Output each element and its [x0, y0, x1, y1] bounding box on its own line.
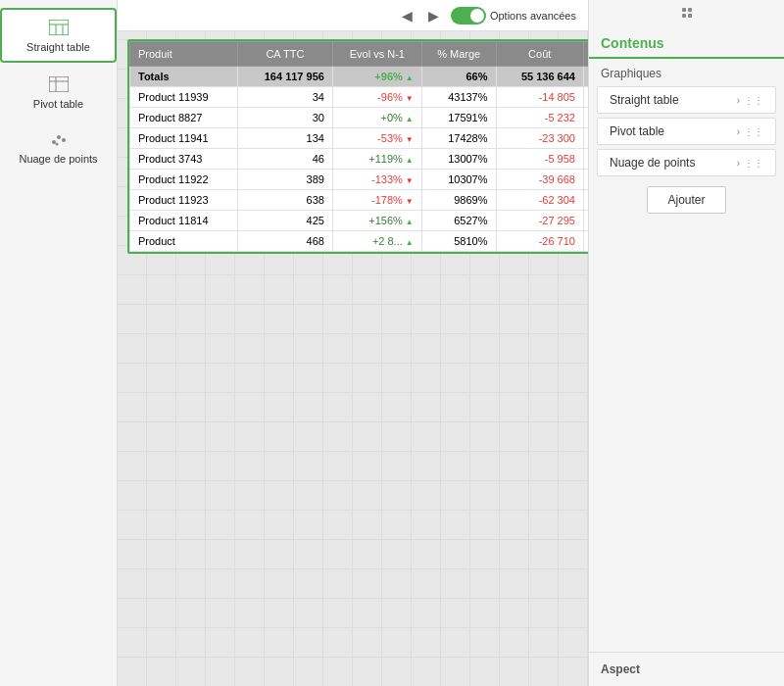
cell-cout: 55 136 644 — [496, 67, 583, 87]
cell-ca-ttc: 468 — [237, 231, 332, 252]
arrow-up-icon: ▲ — [406, 156, 414, 165]
right-panel-header: Contenus — [589, 25, 784, 59]
next-button[interactable]: ▶ — [424, 6, 443, 25]
widget-container[interactable]: Produit CA TTC Evol vs N-1 % Marge Coût … — [127, 39, 588, 254]
right-item-pivot-table[interactable]: Pivot table › ⋮⋮ — [597, 118, 776, 145]
table-row: Product 11922 389 -133% ▼ 10307% -39 668… — [130, 170, 589, 190]
chevron-right-icon-2: › — [737, 126, 740, 137]
arrow-down-icon: ▼ — [406, 197, 414, 206]
data-table: Produit CA TTC Evol vs N-1 % Marge Coût … — [129, 41, 588, 252]
cell-ca-ttc: 34 — [237, 87, 332, 108]
cell-ca-ttc: 46 — [237, 149, 332, 170]
toggle-track[interactable] — [451, 7, 486, 24]
cell-cout: -39 668 — [496, 170, 583, 190]
cell-pct-marge: 10307% — [421, 170, 496, 190]
graphiques-label: Graphiques — [589, 59, 784, 84]
table-icon — [47, 18, 71, 37]
cell-evol: -133% ▼ — [332, 170, 421, 190]
arrow-down-icon: ▼ — [406, 94, 414, 103]
pivot-icon — [47, 74, 71, 94]
prev-button[interactable]: ◀ — [398, 6, 416, 25]
cell-marge: 27 720 — [583, 211, 588, 231]
options-toggle[interactable]: Options avancées — [451, 7, 576, 24]
cell-produit: Product 11939 — [130, 87, 238, 108]
arrow-up-icon: ▲ — [406, 218, 414, 226]
right-item-nuage[interactable]: Nuage de points › ⋮⋮ — [597, 149, 776, 176]
right-panel-footer: Aspect — [589, 652, 784, 686]
canvas-area[interactable]: Produit CA TTC Evol vs N-1 % Marge Coût … — [118, 31, 588, 686]
right-item-straight-table[interactable]: Straight table › ⋮⋮ — [597, 86, 776, 114]
cell-marge: 5 262 — [583, 108, 588, 128]
table-row-totals: Totals 164 117 956 +96% ▲ 66% 55 136 644… — [130, 67, 589, 87]
cell-pct-marge: 9869% — [421, 190, 496, 211]
cell-ca-ttc: 389 — [237, 170, 332, 190]
svg-rect-4 — [49, 76, 69, 92]
aspect-label: Aspect — [601, 662, 640, 676]
cell-marge: 14 839 — [583, 87, 588, 108]
svg-point-9 — [62, 138, 66, 142]
cell-pct-marge: 66% — [421, 67, 496, 87]
col-header-ca-ttc: CA TTC — [237, 42, 332, 67]
svg-point-7 — [52, 140, 56, 144]
sidebar-item-label-pivot-table: Pivot table — [33, 98, 83, 110]
cell-produit: Product 11814 — [130, 211, 238, 231]
right-item-label-pivot: Pivot table — [610, 124, 664, 138]
cell-marge: 27 178 — [583, 231, 588, 252]
arrow-up-icon: ▲ — [406, 238, 414, 247]
cell-produit: Product 3743 — [130, 149, 238, 170]
sidebar-item-pivot-table[interactable]: Pivot table — [0, 67, 117, 118]
sidebar-item-label-nuage: Nuage de points — [19, 153, 97, 165]
col-header-produit: Produit — [130, 42, 238, 67]
chevron-right-icon-3: › — [737, 158, 740, 169]
right-item-icons-nuage: › ⋮⋮ — [737, 158, 763, 169]
toggle-label: Options avancées — [490, 10, 576, 22]
cell-marge: 62 941 — [583, 190, 588, 211]
svg-point-10 — [55, 143, 58, 146]
cell-cout: -62 304 — [496, 190, 583, 211]
cell-evol: -96% ▼ — [332, 87, 421, 108]
grid-icon — [682, 8, 692, 18]
cell-produit: Product — [130, 231, 238, 252]
cell-pct-marge: 17591% — [421, 108, 496, 128]
cell-ca-ttc: 638 — [237, 190, 332, 211]
main-content: ◀ ▶ Options avancées Produit CA TTC Evol… — [118, 0, 588, 686]
cell-produit: Product 11923 — [130, 190, 238, 211]
cell-marge: 6 004 — [583, 149, 588, 170]
table-row: Product 11941 134 -53% ▼ 17428% -23 300 … — [130, 128, 589, 149]
cell-produit: Product 11941 — [130, 128, 238, 149]
cell-pct-marge: 17428% — [421, 128, 496, 149]
cell-marge: 23 434 — [583, 128, 588, 149]
cell-evol: +2 8... ▲ — [332, 231, 421, 252]
sidebar-item-nuage-de-points[interactable]: Nuage de points — [0, 122, 117, 172]
sidebar-item-straight-table[interactable]: Straight table — [0, 8, 117, 63]
chevron-right-icon: › — [737, 95, 740, 106]
cell-cout: -23 300 — [496, 128, 583, 149]
arrow-up-icon: ▲ — [406, 115, 414, 123]
cell-pct-marge: 43137% — [421, 87, 496, 108]
col-header-cout: Coût — [496, 42, 583, 67]
toggle-thumb — [470, 9, 484, 23]
cell-marge: 40 057 — [583, 170, 588, 190]
add-button[interactable]: Ajouter — [647, 186, 725, 214]
right-item-icons-pivot: › ⋮⋮ — [737, 126, 763, 137]
col-header-marge: Marge — [583, 42, 588, 67]
table-row: Product 468 +2 8... ▲ 5810% -26 710 27 1… — [130, 231, 589, 252]
col-header-pct-marge: % Marge — [421, 42, 496, 67]
table-row: Product 11939 34 -96% ▼ 43137% -14 805 1… — [130, 87, 589, 108]
col-header-evol: Evol vs N-1 — [332, 42, 421, 67]
cell-ca-ttc: 425 — [237, 211, 332, 231]
top-nav: ◀ ▶ Options avancées — [118, 0, 588, 31]
arrow-down-icon: ▼ — [406, 135, 414, 144]
arrow-down-icon: ▼ — [406, 176, 414, 185]
grid-dots-icon-2: ⋮⋮ — [744, 126, 763, 137]
cell-evol: +96% ▲ — [332, 67, 421, 87]
cell-cout: -5 958 — [496, 149, 583, 170]
grid-dots-icon: ⋮⋮ — [744, 95, 763, 106]
cell-evol: -53% ▼ — [332, 128, 421, 149]
sidebar-item-label-straight-table: Straight table — [26, 41, 90, 53]
cell-evol: +119% ▲ — [332, 149, 421, 170]
cell-ca-ttc: 134 — [237, 128, 332, 149]
right-item-icons-straight: › ⋮⋮ — [737, 95, 763, 106]
cell-produit: Product 8827 — [130, 108, 238, 128]
cell-cout: -27 295 — [496, 211, 583, 231]
